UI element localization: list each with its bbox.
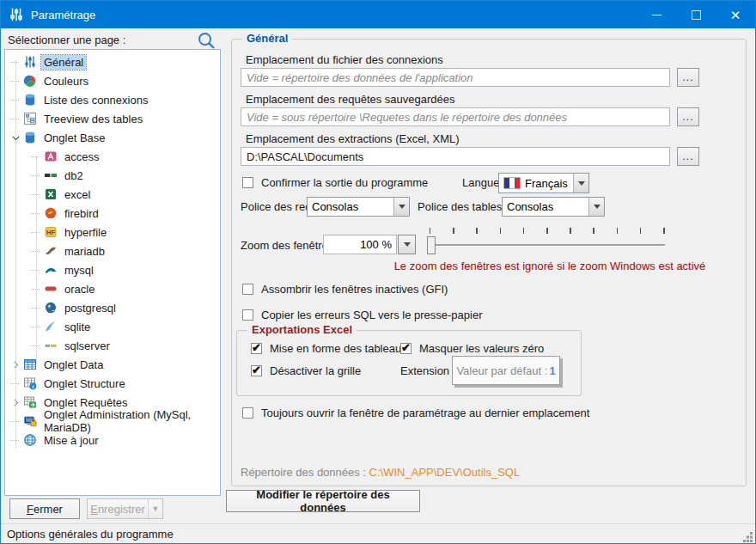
table-font-label: Police des tables	[418, 200, 502, 213]
minimize-icon	[652, 15, 662, 15]
chevron-down-icon[interactable]	[393, 198, 409, 216]
always-open-checkbox[interactable]	[242, 407, 253, 419]
tree-item-treeview-des-tables[interactable]: Treeview des tables	[5, 109, 220, 128]
tree-item-liste-des-connexions[interactable]: Liste des connexions	[5, 90, 220, 109]
connections-file-input[interactable]	[241, 68, 670, 87]
tree-connector	[31, 194, 40, 195]
chevron-down-icon[interactable]	[588, 198, 604, 216]
connections-file-browse-button[interactable]: ...	[677, 68, 699, 87]
chevron-down-icon[interactable]	[10, 132, 21, 144]
language-combobox[interactable]: Français	[498, 173, 589, 193]
chevron-right-icon[interactable]	[10, 359, 21, 370]
disable-grid-checkbox[interactable]	[251, 365, 262, 376]
always-open-label: Toujours ouvrir la fenêtre de paramétrag…	[261, 406, 589, 419]
tree-item-sqlserver[interactable]: sqlserver	[5, 336, 220, 355]
extractions-input[interactable]	[241, 147, 670, 166]
tree-item-firebird[interactable]: firebird	[5, 204, 220, 223]
tree-connector	[31, 175, 40, 176]
svg-text:HF: HF	[46, 229, 55, 236]
hide-zero-checkbox[interactable]	[400, 343, 412, 354]
tree-item-access[interactable]: access	[5, 147, 220, 166]
default-value-tooltip: Valeur par défaut : 1	[452, 356, 560, 385]
sqlserver-icon	[44, 339, 58, 352]
extractions-browse-button[interactable]: ...	[677, 147, 699, 166]
excel-exports-title: Exportations Excel	[247, 323, 357, 336]
copy-sql-errors-checkbox[interactable]	[242, 309, 253, 321]
tree-item-excel[interactable]: excel	[5, 185, 220, 204]
tree-item-label: sqlite	[62, 320, 93, 334]
tree-item-postgresql[interactable]: postgresql	[5, 298, 220, 317]
tree-item-oracle[interactable]: oracle	[5, 279, 220, 298]
settings-window: Paramétrage ✕ Sélectionner une page : Gé…	[0, 0, 756, 544]
close-button[interactable]: ✕	[716, 1, 755, 28]
tree-item-label: Couleurs	[41, 74, 91, 89]
darken-inactive-checkbox[interactable]	[242, 284, 253, 295]
chevron-right-icon[interactable]	[10, 397, 21, 408]
tree-item-mise-jour[interactable]: Mise à jour	[5, 431, 220, 449]
tree-item-label: oracle	[62, 282, 97, 296]
confirm-exit-checkbox[interactable]	[242, 177, 253, 188]
tree-item-onglet-structure[interactable]: iOnglet Structure	[5, 374, 220, 393]
treeview-icon	[23, 112, 37, 125]
tree-connector	[31, 156, 40, 157]
tree-item-onglet-base[interactable]: Onglet Base	[5, 128, 220, 147]
database-icon	[23, 93, 37, 107]
sliders-icon	[23, 55, 37, 69]
modify-data-directory-button[interactable]: Modifier le répertoire des données	[226, 490, 420, 512]
db2-icon	[44, 168, 58, 182]
format-tables-checkbox[interactable]	[251, 343, 262, 354]
table-font-combobox[interactable]: Consolas	[502, 197, 605, 217]
tree-item-sqlite[interactable]: sqlite	[5, 317, 220, 336]
search-icon[interactable]	[196, 30, 216, 51]
zoom-warning-text: Le zoom des fenêtres est ignoré si le zo…	[387, 260, 713, 272]
tree-connector	[10, 119, 19, 119]
select-page-label: Sélectionner une page :	[8, 34, 125, 46]
saved-queries-input[interactable]	[241, 107, 670, 126]
zoom-slider-ticks	[430, 228, 665, 234]
zoom-slider-track[interactable]	[430, 244, 665, 247]
sqlite-icon	[44, 320, 58, 333]
tree-item-mysql[interactable]: mysql	[5, 260, 220, 279]
general-groupbox: Général Emplacement du fichier des conne…	[231, 39, 747, 486]
data-directory-label: Répertoire des données :	[241, 466, 369, 479]
enregistrer-button[interactable]: Enregistrer ▼	[87, 498, 163, 519]
excel-icon	[44, 187, 58, 201]
svg-text:i: i	[32, 383, 34, 389]
tree-item-db2[interactable]: db2	[5, 166, 220, 185]
tree-item-onglet-administration-mysql-mariadb[interactable]: Onglet Administration (MySql, MariaDB)	[5, 412, 220, 431]
tree-connector	[10, 440, 19, 441]
tree-item-g-n-ral[interactable]: Général	[5, 52, 220, 71]
query-font-combobox[interactable]: Consolas	[307, 197, 410, 217]
save-dropdown-icon[interactable]: ▼	[149, 504, 162, 513]
french-flag-icon	[503, 177, 521, 189]
copy-sql-errors-label: Copier les erreurs SQL vers le presse-pa…	[261, 309, 482, 321]
hide-zero-label: Masquer les valeurs zéro	[419, 342, 544, 355]
globe-icon	[23, 433, 37, 447]
zoom-label: Zoom des fenêtres	[241, 239, 333, 252]
zoom-slider-thumb[interactable]	[427, 236, 436, 254]
tooltip-value: 1	[549, 364, 555, 377]
chevron-down-icon[interactable]	[573, 174, 588, 193]
zoom-value-field[interactable]: 100 %	[323, 235, 397, 254]
fermer-button[interactable]: Fermer	[9, 498, 80, 519]
tree-item-couleurs[interactable]: Couleurs	[5, 71, 220, 90]
database-icon	[23, 131, 37, 144]
tree-connector	[31, 232, 40, 233]
resize-grip[interactable]	[743, 532, 753, 542]
close-icon: ✕	[730, 9, 741, 21]
table-info-icon: i	[23, 376, 37, 390]
tree-connector	[10, 383, 19, 384]
minimize-button[interactable]	[637, 1, 676, 28]
colors-icon	[23, 74, 37, 88]
general-group-title: Général	[242, 32, 292, 45]
saved-queries-browse-button[interactable]: ...	[677, 107, 699, 126]
maximize-button[interactable]	[676, 1, 716, 28]
tree-item-hyperfile[interactable]: HFhyperfile	[5, 223, 220, 241]
access-icon	[44, 150, 58, 163]
zoom-dropdown-button[interactable]	[398, 235, 416, 254]
table-icon	[23, 358, 37, 371]
tree-item-mariadb[interactable]: mariadb	[5, 241, 220, 260]
tree-item-label: hyperfile	[62, 225, 109, 240]
tree-item-onglet-data[interactable]: Onglet Data	[5, 355, 220, 374]
tree-item-label: Mise à jour	[41, 433, 101, 448]
